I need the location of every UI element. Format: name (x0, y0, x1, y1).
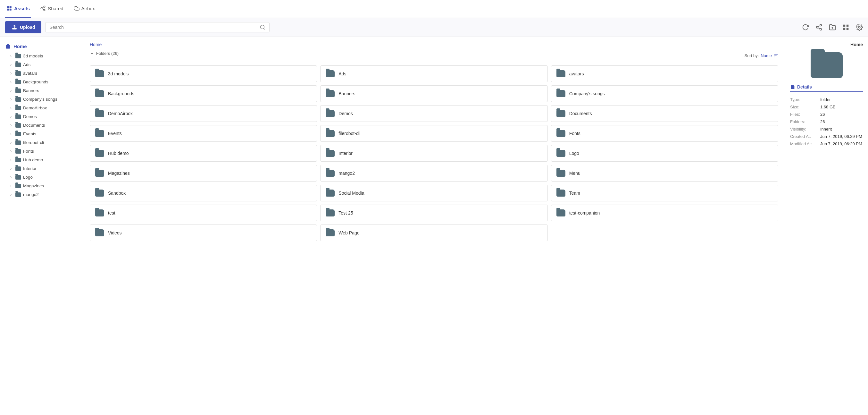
folder-icon (556, 110, 565, 117)
folder-card-3d-models[interactable]: 3d models (90, 65, 317, 82)
settings-button[interactable] (856, 24, 863, 31)
folder-card-demos[interactable]: Demos (320, 105, 548, 122)
folder-card-mango2[interactable]: mango2 (320, 165, 548, 181)
folder-card-documents[interactable]: Documents (551, 105, 778, 122)
folder-card-interior[interactable]: Interior (320, 145, 548, 161)
sidebar-item-demos[interactable]: Demos (0, 112, 83, 121)
folder-icon (326, 130, 335, 137)
details-size-row: Size: 1.68 GB (790, 105, 863, 109)
details-visibility-row: Visibility: Inherit (790, 127, 863, 131)
svg-line-7 (42, 9, 44, 10)
chevron-right-icon (9, 106, 13, 110)
folder-icon (16, 71, 21, 76)
folder-icon (16, 97, 21, 102)
folder-card-magazines[interactable]: Magazines (90, 165, 317, 181)
folder-card-banners[interactable]: Banners (320, 85, 548, 102)
folder-icon (326, 170, 335, 177)
chevron-right-icon (9, 123, 13, 127)
folder-icon (16, 63, 21, 67)
svg-rect-0 (7, 6, 9, 8)
folder-card-web-page[interactable]: Web Page (320, 225, 548, 241)
details-created-row: Created At: Jun 7, 2019, 06:29 PM (790, 134, 863, 139)
svg-rect-3 (10, 9, 11, 10)
folder-icon (95, 209, 104, 216)
sidebar-item-demoairbox[interactable]: DemoAirbox (0, 103, 83, 112)
folder-card-backgrounds[interactable]: Backgrounds (90, 85, 317, 102)
svg-point-12 (820, 24, 822, 26)
sidebar-item-documents[interactable]: Documents (0, 121, 83, 129)
svg-rect-22 (846, 28, 848, 30)
sidebar-item-filerobot-cli[interactable]: filerobot-cli (0, 138, 83, 147)
folder-icon (16, 80, 21, 84)
folder-icon (95, 150, 104, 157)
toolbar-actions (802, 24, 863, 31)
sidebar-item-ads[interactable]: Ads (0, 60, 83, 69)
folder-card-team[interactable]: Team (551, 185, 778, 201)
folder-card-sandbox[interactable]: Sandbox (90, 185, 317, 201)
svg-point-6 (43, 9, 45, 11)
folder-icon (95, 90, 104, 97)
details-panel-title: Home (790, 42, 863, 47)
folder-card-avatars[interactable]: avatars (551, 65, 778, 82)
folder-card-hub-demo[interactable]: Hub demo (90, 145, 317, 161)
nav-assets[interactable]: Assets (5, 0, 31, 18)
sidebar-item-magazines[interactable]: Magazines (0, 181, 83, 190)
search-input[interactable] (49, 25, 257, 30)
folder-card-test-25[interactable]: Test 25 (320, 205, 548, 221)
sidebar-item-logo[interactable]: Logo (0, 173, 83, 181)
sort-name-button[interactable]: Name (761, 53, 772, 58)
sidebar-item-events[interactable]: Events (0, 129, 83, 138)
sidebar-home[interactable]: Home (0, 41, 83, 52)
folder-card-videos[interactable]: Videos (90, 225, 317, 241)
folder-card-test-companion[interactable]: test-companion (551, 205, 778, 221)
folder-card-fonts[interactable]: Fonts (551, 125, 778, 142)
svg-point-14 (820, 29, 822, 30)
share-button[interactable] (815, 24, 823, 31)
folder-icon (95, 110, 104, 117)
folder-card-filerobot-cli[interactable]: filerobot-cli (320, 125, 548, 142)
sidebar-item-interior[interactable]: Interior (0, 164, 83, 173)
sort-bar: Sort by: Name (745, 53, 778, 58)
sidebar-item-hub-demo[interactable]: Hub demo (0, 155, 83, 164)
sidebar-item-fonts[interactable]: Fonts (0, 147, 83, 155)
folder-card-ads[interactable]: Ads (320, 65, 548, 82)
search-bar[interactable] (45, 22, 270, 32)
chevron-right-icon (9, 167, 13, 171)
sidebar-item-avatars[interactable]: avatars (0, 69, 83, 78)
details-panel: Home Details Type: folder Size: 1.68 GB … (785, 37, 868, 415)
sidebar-item-mango2[interactable]: mango2 (0, 190, 83, 199)
folders-grid: 3d models Ads avatars Backgrounds Banner… (90, 65, 778, 241)
folder-card-social-media[interactable]: Social Media (320, 185, 548, 201)
folder-icon (95, 170, 104, 177)
folder-card-demoairbox[interactable]: DemoAirbox (90, 105, 317, 122)
folder-icon (326, 110, 335, 117)
folder-card-test[interactable]: test (90, 205, 317, 221)
sidebar-item-backgrounds[interactable]: Backgrounds (0, 78, 83, 86)
chevron-right-icon (9, 141, 13, 145)
sort-direction-icon (774, 54, 778, 58)
chevron-right-icon (9, 158, 13, 162)
folder-card-events[interactable]: Events (90, 125, 317, 142)
grid-view-button[interactable] (842, 24, 849, 31)
folders-section-toggle[interactable]: Folders (26) (90, 51, 119, 56)
details-tab[interactable]: Details (790, 84, 863, 92)
folder-icon (556, 150, 565, 157)
sidebar: Home 3d models Ads avatars Backgrounds B… (0, 37, 83, 415)
svg-line-16 (818, 26, 820, 27)
folder-card-company's-songs[interactable]: Company's songs (551, 85, 778, 102)
folder-icon (326, 150, 335, 157)
nav-airbox[interactable]: Airbox (72, 0, 96, 18)
folder-card-menu[interactable]: Menu (551, 165, 778, 181)
folder-icon (556, 209, 565, 216)
sidebar-item-company's-songs[interactable]: Company's songs (0, 95, 83, 103)
sidebar-item-3d-models[interactable]: 3d models (0, 52, 83, 60)
folder-icon (16, 184, 21, 188)
upload-button[interactable]: Upload (5, 21, 41, 33)
add-folder-button[interactable] (829, 24, 836, 31)
sidebar-item-banners[interactable]: Banners (0, 86, 83, 95)
nav-shared[interactable]: Shared (39, 0, 64, 18)
folder-card-logo[interactable]: Logo (551, 145, 778, 161)
svg-point-4 (43, 6, 45, 8)
chevron-right-icon (9, 115, 13, 119)
refresh-button[interactable] (802, 24, 809, 31)
